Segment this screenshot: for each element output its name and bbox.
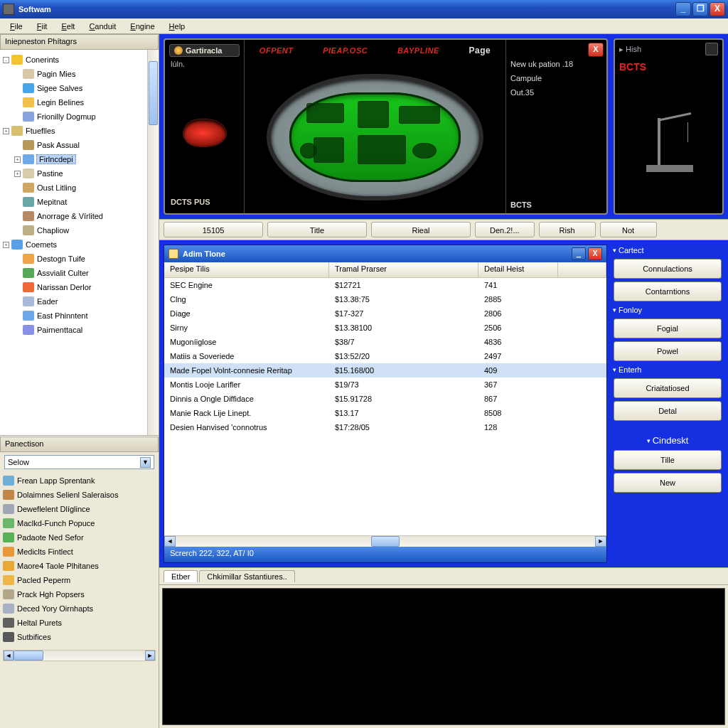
tree-scrollbar[interactable]: [147, 50, 159, 435]
action-button[interactable]: Tille: [614, 450, 722, 470]
scroll-right-icon[interactable]: ►: [595, 536, 606, 547]
action-group-header[interactable]: Fonloy: [611, 304, 724, 316]
tree-node[interactable]: + Firlncdepi: [1, 152, 146, 166]
tab-button[interactable]: Title: [267, 222, 367, 237]
tab-button[interactable]: Den.2!...: [475, 222, 535, 237]
menu-item[interactable]: Help: [162, 21, 193, 32]
filter-select[interactable]: Selow ▼: [4, 455, 154, 469]
tab-button[interactable]: Rieal: [371, 222, 471, 237]
table-row[interactable]: SEC Engine$12721741: [164, 278, 606, 292]
filter-list-item[interactable]: Frean Lapp Sprentank: [3, 473, 156, 488]
menu-item[interactable]: Fiit: [30, 21, 55, 32]
filter-list-item[interactable]: Sutbifices: [3, 630, 156, 644]
bottom-tab[interactable]: Chkimillar Sstantiures..: [199, 570, 294, 582]
subwindow-min-button[interactable]: ⎯: [572, 247, 586, 260]
action-button[interactable]: Connulactions: [614, 259, 722, 279]
action-button[interactable]: Detal: [614, 401, 722, 421]
tree-node[interactable]: - Conerints: [1, 53, 146, 67]
minimize-button[interactable]: _: [675, 2, 691, 16]
tree-node[interactable]: + Coemets: [1, 237, 146, 252]
filter-list-item[interactable]: Dolaimnes Selienl Saleraisos: [3, 488, 156, 502]
table-row[interactable]: Montis Looje Larifler$19/73367: [164, 378, 606, 392]
menu-item[interactable]: Engine: [123, 21, 161, 32]
action-button[interactable]: Criaitatiosed: [614, 378, 722, 398]
scroll-left-icon[interactable]: ◄: [4, 651, 14, 660]
table-body[interactable]: SEC Engine$12721741Clng$13.38:752885Diag…: [164, 278, 606, 535]
tree-node[interactable]: Legin Belines: [1, 95, 146, 109]
h-scroll-thumb[interactable]: [371, 536, 400, 547]
maximize-button[interactable]: ❐: [692, 2, 708, 16]
tree-node[interactable]: Anorrage & Vírlited: [1, 209, 146, 223]
filter-list-item[interactable]: Deweflelent Dlíglince: [3, 502, 156, 516]
tree-node[interactable]: Sigee Salves: [1, 81, 146, 95]
action-button[interactable]: New: [614, 473, 722, 493]
column-header[interactable]: Tramal Prarser: [329, 262, 478, 277]
tree-node[interactable]: Assvialit Culter: [1, 266, 146, 280]
table-row[interactable]: Desien Hanvised 'connotrus$17:28/05128: [164, 420, 606, 434]
menu-item[interactable]: Eelt: [54, 21, 82, 32]
dropdown-icon[interactable]: ▼: [140, 457, 151, 468]
table-row[interactable]: Manie Rack Lije Linept.$13.178508: [164, 406, 606, 420]
tree-node[interactable]: Pagin Mies: [1, 67, 146, 81]
table-row[interactable]: Clng$13.38:752885: [164, 292, 606, 306]
tree-node[interactable]: Oust Litling: [1, 181, 146, 195]
tree-node[interactable]: Eader: [1, 294, 146, 309]
tree-node[interactable]: Mepitnat: [1, 195, 146, 209]
action-button[interactable]: Powel: [614, 341, 722, 361]
table-row[interactable]: Matiis a Soveriede$13:52/202497: [164, 349, 606, 363]
tree-node[interactable]: Chapliow: [1, 223, 146, 237]
action-group-header[interactable]: Enterh: [611, 364, 724, 375]
table-row[interactable]: Made Fopel Volnt-connesie Reritap$15.168…: [164, 363, 606, 378]
action-button[interactable]: Contarntions: [614, 282, 722, 301]
tree-node[interactable]: East Phinntent: [1, 309, 146, 323]
action-group-header[interactable]: Cartect: [611, 245, 724, 256]
nav-tree[interactable]: - Conerints Pagin Mies Sigee Salves Legi…: [0, 50, 147, 435]
scroll-left-icon[interactable]: ◄: [164, 536, 176, 547]
filter-list-item[interactable]: Mediclts Fintlect: [3, 545, 156, 559]
h-scrollbar[interactable]: ◄ ►: [3, 650, 156, 661]
action-button[interactable]: Fogial: [614, 318, 722, 338]
tree-node[interactable]: Pairnenttacal: [1, 323, 146, 337]
column-header[interactable]: [558, 262, 606, 277]
tree-node[interactable]: + Pastine: [1, 166, 146, 181]
bottom-tab[interactable]: Etber: [164, 570, 198, 582]
scrollbar-thumb[interactable]: [149, 61, 158, 125]
tree-node[interactable]: Pask Assual: [1, 138, 146, 152]
close-button[interactable]: X: [710, 2, 725, 16]
subwindow-close-button[interactable]: X: [588, 247, 602, 260]
column-header[interactable]: Detail Heist: [478, 262, 558, 277]
filter-list-item[interactable]: Prack Hgh Popsers: [3, 587, 156, 601]
tree-toggle-icon[interactable]: +: [3, 242, 9, 248]
table-h-scrollbar[interactable]: ◄ ►: [164, 535, 606, 547]
filter-list-item[interactable]: Maclkd-Funch Popuce: [3, 516, 156, 530]
tree-node[interactable]: + Ftueflles: [1, 124, 146, 138]
h-scroll-thumb[interactable]: [14, 651, 43, 660]
filter-list-item[interactable]: Padaote Ned Sefor: [3, 530, 156, 545]
filter-list-item[interactable]: Pacled Peperm: [3, 573, 156, 587]
card-close-button[interactable]: X: [588, 43, 604, 57]
tab-button[interactable]: Not: [600, 222, 657, 237]
table-row[interactable]: Dinnis a Ongle Diffidace$15.91728867: [164, 392, 606, 406]
tree-toggle-icon[interactable]: +: [3, 128, 9, 134]
tree-toggle-icon[interactable]: +: [14, 156, 21, 163]
tree-node[interactable]: Narissan Derlor: [1, 280, 146, 294]
menu-item[interactable]: File: [3, 21, 30, 32]
tree-node[interactable]: Destogn Tuife: [1, 252, 146, 266]
aux-card-button[interactable]: [705, 43, 718, 55]
tree-toggle-icon[interactable]: -: [3, 57, 9, 63]
menu-item[interactable]: Canduit: [82, 21, 123, 32]
table-row[interactable]: Mugoníiglose$38/74836: [164, 335, 606, 349]
tree-toggle-icon[interactable]: +: [14, 171, 21, 177]
action-group-header[interactable]: Cindeskt: [611, 434, 724, 447]
filter-list-item[interactable]: Maore4 Taole Plhitanes: [3, 559, 156, 573]
console-area[interactable]: [162, 588, 725, 725]
table-row[interactable]: Diage$17-3272806: [164, 306, 606, 321]
filter-list-item[interactable]: Deced Yory Oirnhapts: [3, 601, 156, 616]
tree-node[interactable]: Frionilly Dogmup: [1, 109, 146, 124]
tab-button[interactable]: Rish: [539, 222, 596, 237]
scroll-right-icon[interactable]: ►: [145, 651, 155, 660]
column-header[interactable]: Pesipe Tilis: [164, 262, 329, 277]
table-row[interactable]: Sirny$13.381002506: [164, 321, 606, 335]
filter-list-item[interactable]: Heltal Purets: [3, 616, 156, 630]
tab-button[interactable]: 15105: [164, 222, 263, 237]
